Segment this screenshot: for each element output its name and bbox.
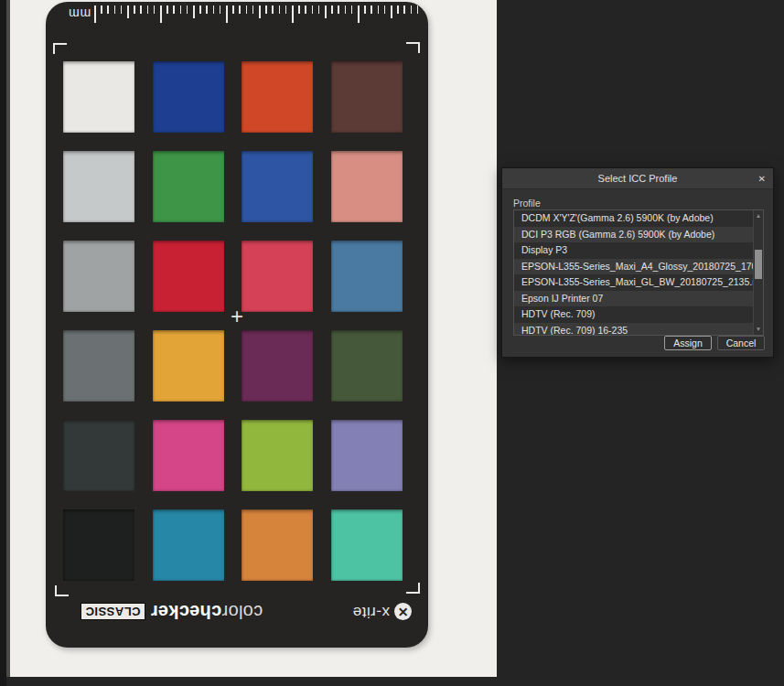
- dialog-title: Select ICC Profile: [598, 173, 678, 184]
- scroll-up-icon[interactable]: ▲: [754, 211, 763, 220]
- scan-canvas[interactable]: mm + ✕ x-rite colorchecker CLASSIC: [10, 0, 497, 677]
- xrite-brand: ✕ x-rite: [352, 603, 412, 621]
- select-icc-profile-dialog: Select ICC Profile ✕ Profile DCDM X'Y'Z'…: [501, 167, 774, 358]
- profile-list-item[interactable]: DCDM X'Y'Z'(Gamma 2.6) 5900K (by Adobe): [514, 210, 753, 227]
- color-patch: [331, 330, 403, 402]
- color-patch: [63, 241, 134, 312]
- color-patch: [63, 420, 134, 491]
- color-patch: [63, 509, 134, 581]
- color-patch: [242, 420, 313, 491]
- colorchecker-brand: colorchecker CLASSIC: [81, 602, 263, 623]
- xrite-logo-icon: ✕: [394, 604, 412, 621]
- color-patch: [63, 151, 134, 222]
- cancel-button[interactable]: Cancel: [717, 336, 765, 350]
- color-patch: [242, 151, 313, 222]
- color-patch: [331, 420, 403, 491]
- color-patch: [331, 509, 403, 581]
- color-patch: [242, 61, 313, 133]
- profile-list-item[interactable]: DCI P3 RGB (Gamma 2.6) 5900K (by Adobe): [514, 227, 753, 243]
- color-patch: [153, 330, 224, 402]
- color-patch: [242, 509, 313, 581]
- close-icon[interactable]: ✕: [758, 168, 766, 188]
- color-patch: [153, 509, 224, 581]
- profile-list[interactable]: DCDM X'Y'Z'(Gamma 2.6) 5900K (by Adobe)D…: [513, 209, 764, 336]
- dialog-buttons: Assign Cancel: [664, 336, 765, 350]
- colorchecker-card: mm + ✕ x-rite colorchecker CLASSIC: [46, 2, 428, 648]
- scrollbar[interactable]: ▲ ▼: [753, 210, 763, 335]
- profile-label: Profile: [513, 198, 541, 209]
- assign-button[interactable]: Assign: [664, 336, 712, 350]
- profile-list-item[interactable]: HDTV (Rec. 709) 16-235: [514, 323, 753, 337]
- color-patch: [331, 151, 403, 222]
- crop-mark-bottom-right: [406, 583, 420, 594]
- color-patch: [331, 241, 403, 312]
- color-patch: [63, 61, 134, 133]
- color-patch: [153, 241, 224, 312]
- color-patch: [153, 61, 224, 133]
- profile-rows: DCDM X'Y'Z'(Gamma 2.6) 5900K (by Adobe)D…: [514, 210, 753, 336]
- ruler-mm-label: mm: [68, 7, 91, 20]
- color-patch: [242, 241, 313, 312]
- profile-list-item[interactable]: Display P3: [514, 242, 753, 259]
- color-patch: [153, 151, 224, 222]
- color-patch: [242, 330, 313, 402]
- xrite-wordmark: x-rite: [352, 603, 390, 621]
- crop-mark-bottom-left: [55, 585, 69, 596]
- profile-list-item[interactable]: Epson IJ Printer 07: [514, 291, 753, 307]
- ruler-ticks-long: [94, 5, 418, 23]
- scanner-edge-strip: [0, 0, 6, 686]
- colorchecker-wordmark: colorchecker: [151, 602, 263, 623]
- profile-list-item[interactable]: EPSON-L355-Series_Maxi_GL_BW_20180725_21…: [514, 274, 753, 291]
- classic-badge: CLASSIC: [81, 604, 145, 621]
- sample-crosshair-icon: +: [228, 307, 246, 326]
- scroll-thumb[interactable]: [755, 250, 762, 279]
- profile-list-item[interactable]: HDTV (Rec. 709): [514, 306, 753, 323]
- crop-mark-top-right: [406, 42, 420, 53]
- color-patch: [153, 420, 224, 491]
- card-branding: ✕ x-rite colorchecker CLASSIC: [81, 596, 412, 627]
- dialog-titlebar[interactable]: Select ICC Profile ✕: [502, 168, 773, 189]
- scroll-down-icon[interactable]: ▼: [754, 325, 763, 334]
- crop-mark-top-left: [53, 43, 67, 54]
- profile-list-item[interactable]: EPSON-L355-Series_Maxi_A4_Glossy_2018072…: [514, 259, 753, 275]
- ruler: [94, 5, 418, 27]
- color-patch: [63, 330, 134, 402]
- color-patch: [331, 61, 403, 133]
